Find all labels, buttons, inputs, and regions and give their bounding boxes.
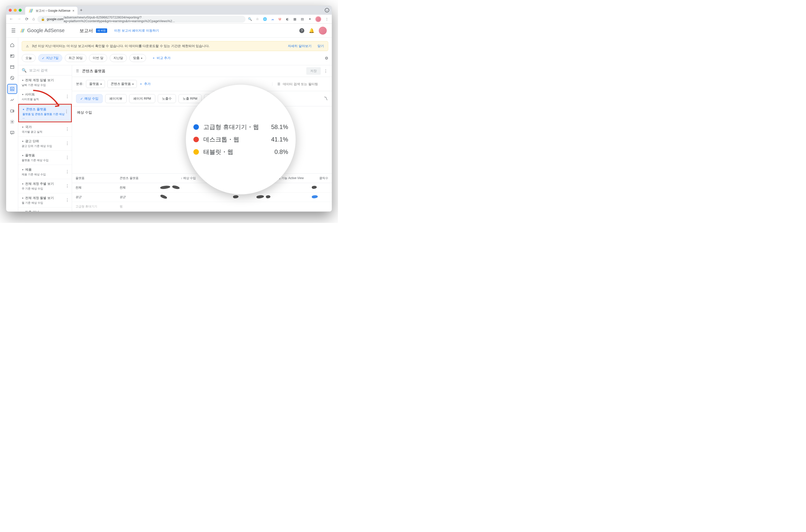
legend-item: 데스크톱・웹 41.1% [194,135,288,144]
filter-add-button[interactable]: ＋추가 [139,82,150,86]
close-window-btn[interactable] [9,9,12,12]
more-icon[interactable]: ⋮ [324,69,328,74]
sidebar-item-monthly[interactable]: ✦전체 계정 월별 보기 월 기준 예상 수입 ⋮ [18,193,72,207]
ext-icon-1[interactable]: ◐ [286,17,289,21]
legend-item: 태블릿・웹 0.8% [194,148,288,156]
more-icon[interactable]: ⋮ [65,198,69,203]
browser-tab[interactable]: 보고서 – Google AdSense × [25,7,77,15]
ext-icon-3[interactable]: ▤ [300,17,304,21]
drag-icon[interactable]: ⠿ [76,69,79,74]
legacy-link[interactable]: 이전 보고서 페이지로 이동하기 [114,28,159,33]
more-icon[interactable]: ⋮ [65,169,69,174]
filter-chip-content[interactable]: 콘텐츠 플랫폼▾ [107,80,137,88]
extensions-icon[interactable]: ✦ [308,17,312,21]
minimize-window-btn[interactable] [14,9,17,12]
lock-icon: 🔒 [41,17,45,21]
sidebar-item-content-platform[interactable]: ✦콘텐츠 플랫폼 플랫폼 및 콘텐츠 플랫폼 기준 예상 ... ⋮ [18,104,72,122]
report-search-input[interactable] [29,68,72,72]
rail-sites-icon[interactable] [7,62,17,72]
sidebar-item-product[interactable]: ✦제품 제품 기준 예상 수입 ⋮ [18,165,72,179]
home-button[interactable]: ⌂ [32,17,35,21]
chip-last-month[interactable]: 지난달 [110,54,127,62]
profile-avatar[interactable] [315,16,321,22]
reload-button[interactable]: ⟳ [25,17,29,21]
help-icon[interactable]: ? [299,28,304,33]
filter-search-input[interactable] [283,82,328,86]
metric-earnings[interactable]: ✓예상 수입 [76,94,103,103]
alert-banner: ⚠ 3년 이상 지난 데이터는 더 이상 보고서에서 확인할 수 없습니다. 이… [22,41,328,51]
rail-settings-icon[interactable] [7,117,17,127]
filter-chip-platform[interactable]: 플랫폼▾ [86,80,105,88]
col-platform[interactable]: 플랫폼 [72,174,116,183]
sidebar-item-custom-channel[interactable]: ✦맞춤 채널 맞춤 채널 기준 예상 수입 ⋮ [18,207,72,211]
chevron-down-icon[interactable]: ⌄ [325,8,329,13]
search-icon[interactable]: 🔍 [248,17,252,21]
more-icon[interactable]: ⋮ [65,184,69,188]
notifications-icon[interactable]: 🔔 [309,28,314,33]
chart-type-icon[interactable]: 〽 [324,96,328,101]
new-tab-button[interactable]: + [80,8,83,13]
rail-optimization-icon[interactable] [7,95,17,105]
metric-impression-rpm[interactable]: 노출 RPM [179,94,202,103]
save-button[interactable]: 저장 [306,67,321,75]
metric-page-rpm[interactable]: 페이지 RPM [129,94,155,103]
chip-this-month[interactable]: 이번 달 [89,54,107,62]
chip-last30[interactable]: 최근 30일 [65,54,87,62]
rail-feedback-icon[interactable] [7,128,17,138]
url-field[interactable]: 🔒 google.com /adsense/new/u/0/pub-625968… [37,16,245,23]
warning-icon: ⚠ [26,44,29,48]
more-icon[interactable]: ⋮ [65,94,69,99]
alert-learn-more[interactable]: 자세히 알아보기 [288,44,312,48]
url-path: /adsense/new/u/0/pub-6259682707228034/re… [63,16,242,23]
alert-close[interactable]: 닫기 [317,44,324,48]
metric-pageviews[interactable]: 페이지뷰 [105,94,127,103]
adsense-logo[interactable]: Google AdSense [20,27,65,33]
user-avatar[interactable] [319,27,327,35]
legend-dot-icon [194,124,199,130]
sidebar-item-ad-unit[interactable]: ✦광고 단위 광고 단위 기준 예상 수입 ⋮ [18,136,72,151]
more-icon[interactable]: ⋮ [65,109,69,114]
metric-impressions[interactable]: 노출수 [158,94,176,103]
more-icon[interactable]: ⋮ [65,141,69,146]
magnifier-overlay: 고급형 휴대기기・웹 58.1% 데스크톱・웹 41.1% 태블릿・웹 0.8% [186,84,296,194]
chip-last7[interactable]: ✓지난 7일 [38,54,62,62]
chip-compare-add[interactable]: ＋비교 추가 [149,54,174,62]
rail-home-icon[interactable] [7,40,17,50]
svg-line-5 [11,77,13,79]
gear-icon[interactable]: ⚙ [325,56,328,60]
chip-today[interactable]: 오늘 [22,54,36,62]
col-content[interactable]: 콘텐츠 플랫폼 [116,174,156,183]
sidebar-item-sites[interactable]: ✦사이트 사이트별 실적 ⋮ [18,90,72,104]
u-icon[interactable]: U [278,17,282,21]
more-icon[interactable]: ⋮ [65,155,69,160]
star-icon[interactable]: ☆ [255,17,259,21]
more-icon[interactable]: ⋮ [65,127,69,132]
browser-tab-bar: 보고서 – Google AdSense × + ⌄ [6,6,332,15]
filter-label: 분류: [76,82,84,86]
chip-custom[interactable]: 맞춤▾ [129,54,146,62]
sidebar-item-country[interactable]: ✦국가 국가별 광고 실적 ⋮ [18,122,72,136]
legend-item: 고급형 휴대기기・웹 58.1% [194,123,288,131]
date-chip-row: 오늘 ✓지난 7일 최근 30일 이번 달 지난달 맞춤▾ ＋비교 추가 ⚙ [18,51,332,65]
forward-button[interactable]: → [17,17,21,21]
translate-icon[interactable]: 🌐 [263,17,267,21]
rail-ads-icon[interactable] [7,51,17,61]
rail-block-icon[interactable] [7,73,17,83]
sidebar-item-daily[interactable]: ✦전체 계정 일별 보기 날짜 기준 예상 수입 [18,75,72,90]
icon-rail [6,38,18,211]
report-title: 콘텐츠 플랫폼 [82,69,106,74]
col-clicks[interactable]: 클릭수 [307,174,332,183]
menu-icon[interactable]: ⋮ [325,17,329,21]
url-domain: google.com [47,17,63,21]
ext-icon-2[interactable]: ▦ [293,17,297,21]
sidebar-item-weekly[interactable]: ✦전체 계정 주별 보기 주 기준 예상 수입 ⋮ [18,179,72,193]
col-earnings[interactable]: ↓ 예상 수입 [156,174,199,183]
hamburger-menu[interactable]: ☰ [11,27,16,34]
sidebar-item-platform[interactable]: ✦플랫폼 플랫폼 기준 예상 수입 ⋮ [18,151,72,165]
maximize-window-btn[interactable] [19,9,22,12]
back-button[interactable]: ← [9,17,13,21]
close-tab-icon[interactable]: × [72,9,74,13]
cloud-icon[interactable]: ☁ [270,17,274,21]
rail-reports-icon[interactable] [7,84,17,94]
rail-payments-icon[interactable] [7,106,17,116]
